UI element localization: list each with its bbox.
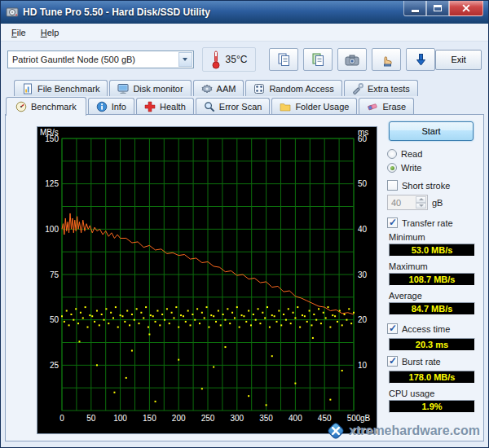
copy-colored-pages-icon [311,53,325,67]
access-time-value: 20.3 ms [389,338,475,351]
short-stroke-size-field [387,195,428,210]
write-radio-row: Write [387,163,489,173]
svg-text:75: 75 [50,270,59,279]
svg-text:60: 60 [358,134,368,143]
info-icon [96,101,108,112]
thermometer-icon [211,50,221,69]
tab-benchmark[interactable]: Benchmark [6,97,86,116]
svg-text:150: 150 [45,134,59,143]
svg-text:100: 100 [45,225,59,234]
svg-text:300: 300 [230,414,244,423]
temperature-value: 35°C [226,54,248,65]
menu-file[interactable]: File [4,25,33,40]
tab-health[interactable]: Health [136,98,194,115]
tab-file-benchmark[interactable]: File Benchmark [14,80,108,96]
window-controls [403,1,483,16]
title-bar[interactable]: HD Tune Pro 5.50 - Hard Disk/SSD Utility [1,1,488,24]
start-button[interactable]: Start [389,121,474,141]
write-label: Write [401,163,421,173]
write-radio[interactable] [387,163,397,173]
tab-label: Error Scan [219,102,262,112]
tab-erase[interactable]: Erase [359,98,414,115]
tab-label: AAM [217,84,236,94]
folder-icon [280,101,291,112]
short-stroke-checkbox[interactable] [387,180,398,191]
burst-rate-value: 178.0 MB/s [389,371,475,384]
burst-rate-row: Burst rate [387,356,489,367]
read-radio[interactable] [387,149,397,159]
tab-label: File Benchmark [37,84,99,94]
tab-label: Folder Usage [295,102,349,112]
copy-pages-icon [277,53,291,67]
transfer-rate-checkbox[interactable] [387,217,398,228]
svg-text:30: 30 [358,270,368,279]
drive-select[interactable]: Patriot Gauntlet Node (500 gB) [7,51,194,68]
benchmark-panel: MB/sms1501251007550256050403020100501001… [5,114,484,441]
tab-random-access[interactable]: Random Access [245,80,341,96]
health-cross-icon [144,101,156,112]
short-stroke-size-row: gB [387,195,489,210]
transfer-rate-label: Transfer rate [402,218,453,228]
maximum-label: Maximum [389,261,489,271]
tab-label: Extra tests [368,84,410,94]
svg-text:350: 350 [259,414,273,423]
transfer-rate-row: Transfer rate [387,217,489,228]
minimum-label: Minimum [389,232,489,242]
average-label: Average [389,291,489,301]
tab-label: Erase [382,102,406,112]
save-results-button[interactable] [406,48,435,71]
tab-aam[interactable]: AAM [193,80,244,96]
maximize-button[interactable] [426,1,449,16]
copy-special-button[interactable] [303,48,333,71]
svg-text:40: 40 [358,225,368,234]
svg-text:25: 25 [50,361,59,370]
svg-text:200: 200 [172,414,186,423]
svg-text:10: 10 [358,361,368,370]
watermark: xtremehardware.com [327,422,480,440]
tab-error-scan[interactable]: Error Scan [196,98,271,115]
chart-svg: MB/sms1501251007550256050403020100501001… [37,127,377,433]
cpu-usage-label: CPU usage [389,389,489,398]
burst-rate-checkbox[interactable] [387,356,398,367]
watermark-text: xtremehardware.com [349,424,480,438]
access-time-checkbox[interactable] [387,323,398,334]
tab-label: Disk monitor [133,84,183,94]
screenshot-button[interactable] [337,48,367,71]
file-benchmark-icon [22,83,33,94]
tab-disk-monitor[interactable]: Disk monitor [109,80,191,96]
read-radio-row: Read [387,149,489,159]
spinner-down-icon [416,203,426,209]
temperature-indicator: 35°C [202,47,257,72]
gauge-icon [15,101,27,112]
copy-to-clipboard-button[interactable] [269,48,298,71]
tab-label: Info [112,102,126,112]
xtremehardware-logo [327,422,345,440]
maximize-icon [434,5,442,11]
tab-label: Benchmark [31,102,77,112]
spinner-arrows [416,196,426,209]
read-label: Read [401,149,422,159]
menu-bar: File Help [1,24,488,42]
eraser-icon [367,101,378,112]
tab-extra-tests[interactable]: Extra tests [344,80,418,96]
minimum-value: 53.0 MB/s [389,244,475,257]
svg-text:400: 400 [289,414,302,423]
tab-info[interactable]: Info [88,98,134,115]
tab-row-front: Benchmark Info Health [6,96,483,115]
wrench-icon [352,83,363,94]
download-arrow-icon [414,53,428,67]
svg-text:150: 150 [143,414,156,423]
svg-text:250: 250 [201,414,215,423]
menu-help[interactable]: Help [33,25,67,40]
dice-icon [253,83,265,94]
drive-select-value: Patriot Gauntlet Node (500 gB) [12,55,135,64]
toolbar: Patriot Gauntlet Node (500 gB) 35°C [1,42,488,77]
exit-button[interactable]: Exit [435,50,482,70]
pan-tool-button[interactable] [372,48,401,71]
tab-label: Health [160,102,186,112]
cpu-usage-value: 1.9% [389,400,475,413]
minimize-button[interactable] [403,1,426,16]
svg-text:50: 50 [358,179,368,188]
tab-folder-usage[interactable]: Folder Usage [271,98,357,115]
close-button[interactable] [449,1,483,16]
